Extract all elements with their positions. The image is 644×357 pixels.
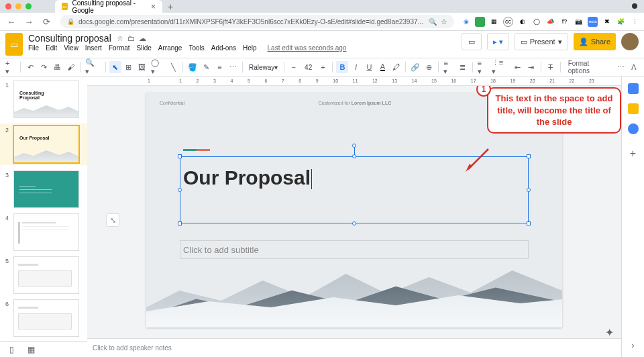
new-slide-button[interactable]: + ▾ bbox=[4, 61, 17, 73]
extension-icon[interactable]: ▦ bbox=[489, 17, 499, 27]
underline-button[interactable]: U bbox=[363, 61, 375, 73]
menu-arrange[interactable]: Arrange bbox=[158, 44, 182, 52]
menu-help[interactable]: Help bbox=[243, 44, 257, 52]
extension-icon[interactable]: ◐ bbox=[517, 17, 527, 27]
slides-logo-icon[interactable]: ▭ bbox=[5, 33, 23, 56]
decrease-indent-button[interactable]: ⇤ bbox=[512, 61, 524, 73]
menu-format[interactable]: Format bbox=[109, 44, 130, 52]
slide-thumbnail[interactable] bbox=[13, 170, 79, 208]
share-button[interactable]: 👤 Share bbox=[574, 33, 616, 50]
highlight-button[interactable]: 🖍 bbox=[390, 61, 402, 73]
menu-view[interactable]: View bbox=[64, 44, 78, 52]
window-close-icon[interactable] bbox=[5, 3, 11, 9]
more-button[interactable]: ⋯ bbox=[614, 61, 627, 73]
autofit-button[interactable]: ⤡ bbox=[106, 213, 119, 227]
explore-button[interactable]: ✦ bbox=[605, 326, 614, 336]
move-icon[interactable]: 🗀 bbox=[127, 34, 135, 43]
extension-icon[interactable]: ✖ bbox=[602, 17, 612, 27]
extension-icon[interactable]: 📷 bbox=[574, 17, 584, 27]
select-tool-button[interactable]: ⬉ bbox=[109, 61, 121, 73]
border-dash-button[interactable]: ⋯ bbox=[227, 61, 239, 73]
extension-icon[interactable]: ◉ bbox=[461, 17, 471, 27]
extension-icon[interactable]: 🧩 bbox=[616, 17, 626, 27]
fill-color-button[interactable]: 🪣 bbox=[186, 61, 199, 73]
add-comment-button[interactable]: ⊕ bbox=[423, 61, 435, 73]
extension-icon[interactable]: ◯ bbox=[531, 17, 541, 27]
menu-tools[interactable]: Tools bbox=[189, 44, 204, 52]
last-edit-link[interactable]: Last edit was seconds ago bbox=[268, 44, 347, 52]
paint-format-button[interactable]: 🖌 bbox=[64, 61, 76, 73]
border-weight-button[interactable]: ≡ bbox=[213, 61, 225, 73]
canvas[interactable]: Confidential Customized for Lorem Ipsum … bbox=[87, 86, 621, 338]
numbered-list-button[interactable]: ≡ ▾ bbox=[476, 61, 489, 73]
window-maximize-icon[interactable] bbox=[25, 3, 32, 9]
align-button[interactable]: ≡ ▾ bbox=[442, 61, 455, 73]
resize-handle[interactable] bbox=[527, 221, 531, 225]
print-button[interactable]: 🖶 bbox=[51, 61, 63, 73]
line-button[interactable]: ╲ bbox=[167, 61, 179, 73]
nav-back-button[interactable]: ← bbox=[4, 14, 19, 29]
slideshow-button[interactable]: ▸ ▾ bbox=[487, 33, 509, 50]
slide-thumbnail[interactable] bbox=[13, 299, 79, 337]
present-button[interactable]: ▭ Present ▾ bbox=[515, 33, 568, 50]
shape-button[interactable]: ◯ ▾ bbox=[150, 61, 166, 73]
line-spacing-button[interactable]: ≣ bbox=[457, 61, 469, 73]
font-size-input[interactable]: 42 bbox=[301, 61, 316, 73]
clear-formatting-button[interactable]: T bbox=[545, 61, 557, 73]
menu-insert[interactable]: Insert bbox=[85, 44, 102, 52]
document-title[interactable]: Consulting proposal bbox=[28, 33, 111, 44]
browser-menu-icon[interactable]: ⋮ bbox=[630, 17, 640, 27]
slide-thumbnail-selected[interactable]: Our Proposal bbox=[13, 125, 79, 163]
menu-slide[interactable]: Slide bbox=[137, 44, 152, 52]
extension-icon[interactable]: reda bbox=[588, 17, 598, 27]
filmstrip[interactable]: 1 ConsultingProposal 2 Our Proposal 3 4 bbox=[0, 76, 87, 357]
tab-close-icon[interactable]: × bbox=[151, 2, 156, 11]
keep-icon[interactable] bbox=[628, 103, 639, 114]
font-size-increase-button[interactable]: + bbox=[317, 61, 329, 73]
text-color-button[interactable]: A bbox=[376, 61, 388, 73]
speaker-notes[interactable]: Click to add speaker notes bbox=[87, 338, 621, 357]
extension-icon[interactable] bbox=[475, 17, 485, 27]
undo-button[interactable]: ↶ bbox=[24, 61, 36, 73]
hide-menus-button[interactable]: ᐱ bbox=[628, 61, 640, 73]
resize-handle[interactable] bbox=[352, 221, 356, 225]
increase-indent-button[interactable]: ⇥ bbox=[525, 61, 537, 73]
menu-file[interactable]: File bbox=[28, 44, 39, 52]
resize-handle[interactable] bbox=[178, 221, 182, 225]
font-size-decrease-button[interactable]: − bbox=[288, 61, 300, 73]
cloud-status-icon[interactable]: ☁ bbox=[139, 34, 146, 43]
calendar-icon[interactable] bbox=[628, 83, 639, 94]
italic-button[interactable]: I bbox=[350, 61, 362, 73]
new-tab-button[interactable]: + bbox=[168, 1, 173, 12]
tasks-icon[interactable] bbox=[628, 123, 639, 134]
image-button[interactable]: 🖼 bbox=[136, 61, 148, 73]
font-family-select[interactable]: Raleway ▾ bbox=[246, 61, 280, 73]
menu-edit[interactable]: Edit bbox=[46, 44, 57, 52]
menu-addons[interactable]: Add-ons bbox=[211, 44, 236, 52]
redo-button[interactable]: ↷ bbox=[38, 61, 50, 73]
slide-thumbnail[interactable]: ConsultingProposal bbox=[13, 81, 79, 118]
star-icon[interactable]: ☆ bbox=[117, 34, 123, 43]
ruler[interactable]: 11234567891011121314151617181920212223 bbox=[87, 76, 621, 86]
bold-button[interactable]: B bbox=[336, 61, 348, 73]
url-bar[interactable]: 🔒 docs.google.com/presentation/d/11rXMlN… bbox=[60, 15, 454, 28]
grid-view-button[interactable]: ▦ bbox=[28, 345, 35, 354]
account-avatar[interactable] bbox=[621, 33, 639, 50]
extension-icon[interactable]: f? bbox=[559, 17, 570, 27]
filmstrip-view-button[interactable]: ▯ bbox=[9, 345, 14, 354]
comments-button[interactable]: ▭ bbox=[462, 33, 482, 50]
format-options-button[interactable]: Format options bbox=[567, 61, 613, 73]
textbox-button[interactable]: ⊞ bbox=[123, 61, 135, 73]
slide-thumbnail[interactable] bbox=[13, 213, 79, 251]
window-minimize-icon[interactable] bbox=[15, 3, 21, 9]
search-icon[interactable]: 🔍 bbox=[429, 18, 437, 26]
bulleted-list-button[interactable]: ⋮≡ ▾ bbox=[490, 61, 511, 73]
zoom-button[interactable]: 🔍 ▾ bbox=[84, 61, 102, 73]
browser-tab[interactable]: ▭ Consulting proposal - Google × bbox=[55, 0, 162, 13]
insert-link-button[interactable]: 🔗 bbox=[409, 61, 421, 73]
add-addon-button[interactable]: + bbox=[630, 148, 636, 160]
nav-reload-button[interactable]: ⟳ bbox=[39, 14, 54, 29]
border-color-button[interactable]: ✎ bbox=[200, 61, 212, 73]
nav-forward-button[interactable]: → bbox=[21, 14, 36, 29]
rotate-handle[interactable] bbox=[352, 144, 356, 148]
